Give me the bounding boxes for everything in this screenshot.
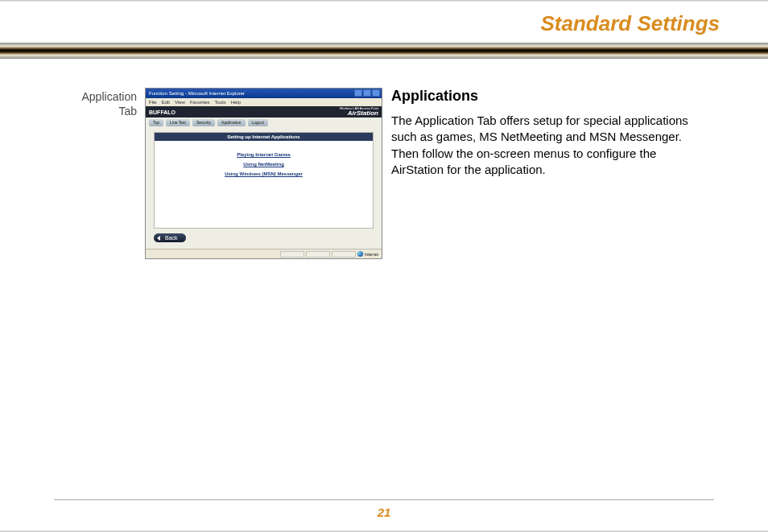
window-titlebar: Function Setting - Microsoft Internet Ex… <box>146 89 382 98</box>
text-column: Applications The Application Tab offers … <box>386 88 729 259</box>
panel-title: Setting up Internet Applications <box>155 133 373 141</box>
tab-logout: Logout <box>248 119 268 126</box>
menu-file: File <box>149 98 157 106</box>
close-icon <box>372 89 380 97</box>
content-area: Application Tab Function Setting - Micro… <box>0 59 768 259</box>
tab-security: Security <box>192 119 215 126</box>
content-heading: Applications <box>391 88 729 105</box>
menu-view: View <box>175 98 185 106</box>
globe-icon <box>357 251 363 257</box>
menu-tools: Tools <box>215 98 226 106</box>
caption-line-2: Tab <box>56 104 137 118</box>
menu-help: Help <box>231 98 241 106</box>
status-text: Internet <box>365 252 378 257</box>
nav-tabs: Top Line Test Security Application Logou… <box>146 118 382 127</box>
status-segment <box>332 251 356 258</box>
app-body: Setting up Internet Applications Playing… <box>146 127 382 249</box>
footer: 21 <box>0 499 768 532</box>
browser-window: Function Setting - Microsoft Internet Ex… <box>145 88 382 259</box>
window-controls <box>354 89 380 97</box>
section-title: Standard Settings <box>0 2 768 43</box>
status-bar: Internet <box>146 249 382 258</box>
content-paragraph: The Application Tab offers setup for spe… <box>391 113 689 178</box>
brand-bar: BUFFALO Wireless LAN Access Point AirSta… <box>146 106 382 118</box>
status-segment <box>280 251 304 258</box>
link-games: Playing Internet Games <box>155 152 373 157</box>
menu-favorites: Favorites <box>190 98 210 106</box>
panel-links: Playing Internet Games Using NetMeeting … <box>155 141 373 188</box>
settings-panel: Setting up Internet Applications Playing… <box>154 132 374 229</box>
menu-edit: Edit <box>162 98 170 106</box>
minimize-icon <box>354 89 362 97</box>
caption-column: Application Tab <box>56 88 145 259</box>
back-area: Back <box>154 233 374 242</box>
back-button: Back <box>154 233 186 242</box>
caption-line-1: Application <box>56 89 137 104</box>
brand-product: AirStation <box>348 110 378 117</box>
link-msn: Using Windows (MSN) Messenger <box>155 171 373 176</box>
tab-top: Top <box>149 119 163 126</box>
page-number: 21 <box>0 505 768 532</box>
window-title-text: Function Setting - Microsoft Internet Ex… <box>149 91 245 96</box>
tab-line-test: Line Test <box>166 119 190 126</box>
embedded-screenshot: Function Setting - Microsoft Internet Ex… <box>145 88 386 259</box>
brand-name: BUFFALO <box>149 109 175 115</box>
link-netmeeting: Using NetMeeting <box>155 162 373 167</box>
decorative-gradient-band <box>0 43 768 59</box>
footer-divider <box>54 499 714 501</box>
maximize-icon <box>363 89 371 97</box>
status-segment <box>306 251 330 258</box>
menubar: File Edit View Favorites Tools Help <box>146 98 382 106</box>
tab-application: Application <box>217 119 245 126</box>
